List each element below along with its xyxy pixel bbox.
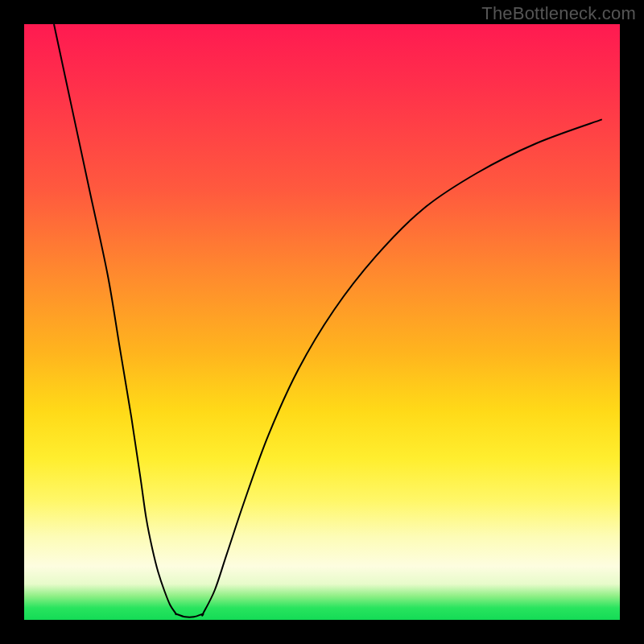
bottleneck-curve [54, 24, 602, 617]
marker-blob [233, 479, 238, 499]
plot-area [24, 24, 620, 620]
outer-frame: TheBottleneck.com [0, 0, 644, 644]
watermark-text: TheBottleneck.com [481, 3, 636, 24]
curve-layer [24, 24, 620, 620]
blob-group [142, 473, 238, 618]
marker-blob [215, 550, 220, 570]
marker-blob [227, 502, 232, 522]
marker-blob [221, 526, 226, 547]
